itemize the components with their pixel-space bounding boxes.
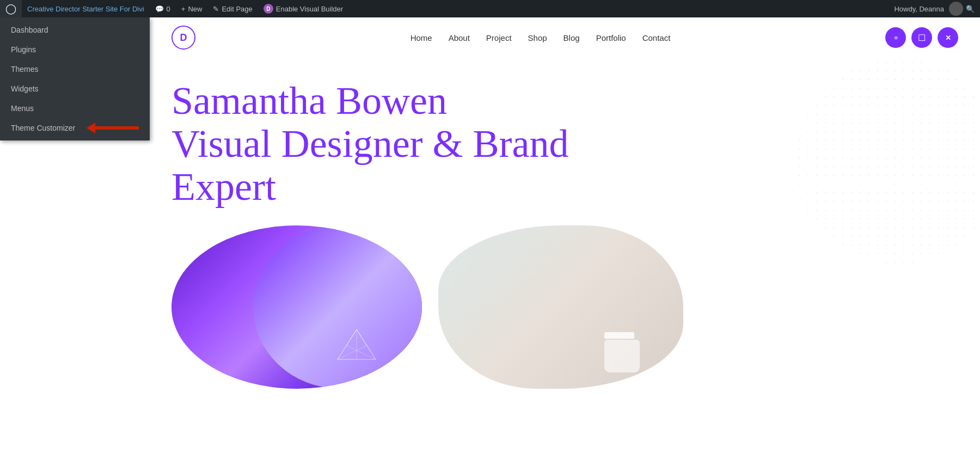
hero-title: Samantha Bowen Visual Designer & Brand E… (171, 79, 596, 209)
cream-blob-image (438, 225, 683, 389)
hero-title-line1: Samantha Bowen (171, 79, 447, 123)
svg-line-3 (357, 329, 366, 346)
hero-section: Samantha Bowen Visual Designer & Brand E… (150, 58, 980, 209)
comments-item[interactable]: 💬 0 (150, 0, 176, 17)
instagram-icon: ☐ (918, 33, 926, 43)
hero-title-line2: Visual Designer & Brand (171, 122, 569, 166)
twitter-x-icon: ✕ (945, 34, 951, 42)
wordpress-icon: ◯ (5, 3, 16, 15)
new-item[interactable]: + New (176, 0, 208, 17)
geometric-icon (335, 327, 378, 372)
site-title-item[interactable]: Creative Director Starter Site For Divi (22, 0, 150, 17)
jar-body (604, 340, 640, 372)
twitter-button[interactable]: ✕ (938, 27, 958, 48)
dribbble-icon: ⚬ (892, 33, 899, 43)
dribbble-button[interactable]: ⚬ (885, 27, 906, 48)
arrow-line (95, 126, 139, 130)
dot-circle (795, 58, 980, 265)
site-logo[interactable]: D (171, 26, 195, 50)
wp-logo-item[interactable]: ◯ (0, 0, 22, 17)
pencil-icon: ✎ (213, 5, 219, 13)
dropdown-item-themes[interactable]: Themes (0, 59, 150, 79)
user-avatar[interactable] (949, 2, 963, 16)
nav-blog[interactable]: Blog (564, 33, 580, 42)
nav-about[interactable]: About (449, 33, 470, 42)
dot-pattern-decoration (751, 47, 980, 276)
hero-title-line3: Expert (171, 165, 276, 209)
appearance-dropdown: Dashboard Plugins Themes Widgets Menus T… (0, 17, 150, 140)
site-content: D Home About Project Shop Blog Portfolio… (150, 17, 980, 465)
nav-project[interactable]: Project (486, 33, 512, 42)
edit-page-item[interactable]: ✎ Edit Page (207, 0, 258, 17)
svg-line-2 (347, 329, 357, 346)
search-icon[interactable]: 🔍 (966, 5, 975, 13)
jar-lid (604, 332, 634, 339)
jar-container (604, 332, 640, 372)
instagram-button[interactable]: ☐ (911, 27, 932, 48)
nav-contact[interactable]: Contact (642, 33, 671, 42)
blob-shape (438, 225, 683, 389)
nav-home[interactable]: Home (411, 33, 432, 42)
dropdown-item-dashboard[interactable]: Dashboard (0, 20, 150, 40)
divi-icon: D (264, 4, 273, 14)
admin-bar: ◯ Creative Director Starter Site For Div… (0, 0, 980, 17)
visual-builder-item[interactable]: D Enable Visual Builder (258, 0, 348, 17)
dropdown-item-plugins[interactable]: Plugins (0, 40, 150, 59)
nav-shop[interactable]: Shop (528, 33, 547, 42)
arrow-head (87, 123, 95, 133)
purple-circle-image (171, 225, 422, 389)
comment-icon: 💬 (155, 5, 164, 13)
admin-bar-right: Howdy, Deanna 🔍 (894, 2, 980, 16)
nav-links: Home About Project Shop Blog Portfolio C… (411, 33, 671, 42)
dropdown-item-menus[interactable]: Menus (0, 99, 150, 118)
new-label: New (188, 5, 202, 13)
dropdown-item-widgets[interactable]: Widgets (0, 79, 150, 99)
edit-page-label: Edit Page (222, 5, 252, 13)
plus-icon: + (181, 5, 186, 13)
site-title: Creative Director Starter Site For Divi (27, 5, 144, 13)
dropdown-item-theme-customizer[interactable]: Theme Customizer (0, 118, 150, 138)
visual-builder-label: Enable Visual Builder (276, 5, 343, 13)
social-links: ⚬ ☐ ✕ (885, 27, 958, 48)
red-arrow (87, 123, 139, 133)
nav-portfolio[interactable]: Portfolio (596, 33, 626, 42)
howdy-label: Howdy, Deanna (894, 5, 944, 13)
comments-count: 0 (167, 5, 170, 13)
